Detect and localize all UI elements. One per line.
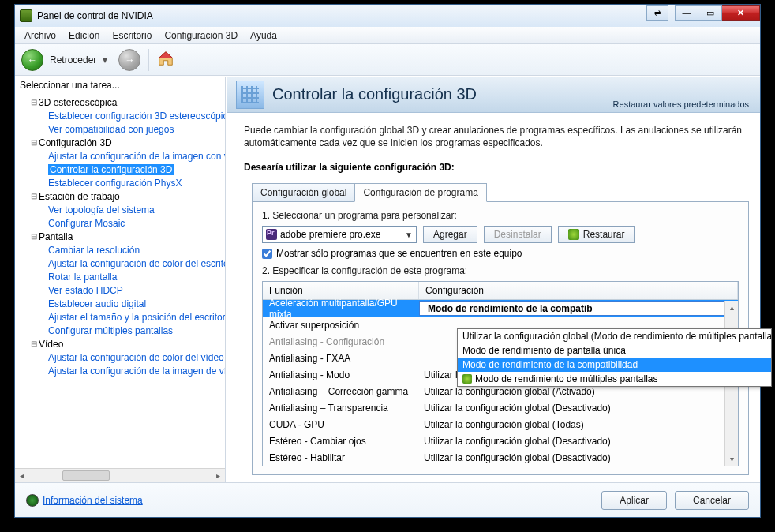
only-installed-label: Mostrar sólo programas que se encuentren… <box>276 248 522 259</box>
restore-button[interactable]: Restaurar <box>558 226 635 243</box>
tree-item[interactable]: Ajustar la configuración de la imagen co… <box>18 149 225 163</box>
page-title: Controlar la configuración 3D <box>272 85 477 103</box>
apply-button[interactable]: Aplicar <box>601 491 667 510</box>
tree-category[interactable]: ⊟Estación de trabajo <box>18 189 225 203</box>
step1-label: 1. Seleccionar un programa para personal… <box>262 210 739 221</box>
menu-ayuda[interactable]: Ayuda <box>244 28 283 43</box>
nvidia-control-panel-window: Panel de control de NVIDIA ⇄ — ▭ ✕ Archi… <box>14 4 761 518</box>
separator <box>148 49 149 71</box>
dropdown-option[interactable]: Modo de rendimiento de la compatibilidad <box>458 358 771 372</box>
tree-item[interactable]: Rotar la pantalla <box>18 270 225 283</box>
tabbar: Configuración global Configuración de pr… <box>252 182 760 201</box>
back-button[interactable]: ← <box>21 49 43 71</box>
tree-item[interactable]: Ver topología del sistema <box>18 203 225 216</box>
tree-item[interactable]: Establecer audio digital <box>18 297 225 310</box>
nvidia-app-icon <box>20 9 32 22</box>
program-select[interactable]: adobe premiere pro.exe ▼ <box>262 226 417 243</box>
add-button[interactable]: Agregar <box>423 226 477 243</box>
table-row[interactable]: Estéreo - Cambiar ojosUtilizar la config… <box>263 433 738 449</box>
menu-escritorio[interactable]: Escritorio <box>106 28 158 43</box>
premiere-icon <box>266 229 277 240</box>
collapse-icon[interactable]: ⊟ <box>29 339 39 348</box>
nvidia-logo-icon <box>568 229 579 240</box>
tree-category[interactable]: ⊟3D estereoscópica <box>18 96 225 109</box>
footer: Información del sistema Aplicar Cancelar <box>15 482 760 517</box>
tree-item[interactable]: Ver estado HDCP <box>18 283 225 297</box>
tree-category[interactable]: ⊟Pantalla <box>18 230 225 243</box>
tree-item[interactable]: Ver compatibilidad con juegos <box>18 122 225 136</box>
col-config[interactable]: Configuración <box>419 282 738 299</box>
tree-item[interactable]: Establecer configuración 3D estereoscópi… <box>18 109 225 122</box>
maximize-button[interactable]: ▭ <box>698 5 722 21</box>
task-tree[interactable]: ⊟3D estereoscópicaEstablecer configuraci… <box>15 94 225 468</box>
home-icon[interactable] <box>157 50 174 69</box>
step2-label: 2. Especificar la configuración de este … <box>262 265 739 276</box>
tree-category[interactable]: ⊟Configuración 3D <box>18 136 225 149</box>
tree-item[interactable]: Controlar la configuración 3D <box>18 163 225 176</box>
chevron-down-icon: ▼ <box>405 230 413 239</box>
tree-item[interactable]: Ajustar la configuración de color del ví… <box>18 350 225 364</box>
horizontal-scrollbar[interactable]: ◂ ▸ <box>15 468 225 482</box>
tab-global[interactable]: Configuración global <box>252 183 354 202</box>
table-row[interactable]: Antialiasing – TransparenciaUtilizar la … <box>263 399 738 416</box>
table-row[interactable]: Estéreo - HabilitarUtilizar la configura… <box>263 449 738 466</box>
table-row[interactable]: Aceleración multipantalla/GPU mixtaModo … <box>263 300 738 317</box>
config-dropdown[interactable]: Modo de rendimiento de la compatib▼ <box>419 301 738 316</box>
body: Seleccionar una tarea... ⊟3D estereoscóp… <box>15 76 760 482</box>
collapse-icon[interactable]: ⊟ <box>29 232 39 241</box>
system-info-link[interactable]: Información del sistema <box>26 494 143 507</box>
program-select-value: adobe premiere pro.exe <box>280 229 380 240</box>
back-label: Retroceder <box>50 54 96 66</box>
tree-item[interactable]: Establecer configuración PhysX <box>18 176 225 189</box>
sidebar-header: Seleccionar una tarea... <box>15 77 225 94</box>
menubar: Archivo Edición Escritorio Configuración… <box>15 27 760 44</box>
back-history-dropdown[interactable]: ▾ <box>103 54 114 66</box>
table-row[interactable]: CUDA - GPUUtilizar la configuración glob… <box>263 416 738 433</box>
titlebar[interactable]: Panel de control de NVIDIA ⇄ — ▭ ✕ <box>15 5 760 27</box>
only-installed-checkbox[interactable]: Mostrar sólo programas que se encuentren… <box>262 248 739 259</box>
scroll-down-icon[interactable]: ▾ <box>725 452 738 466</box>
scroll-thumb[interactable] <box>62 470 110 481</box>
header-3d-icon <box>236 81 264 109</box>
scroll-up-icon[interactable]: ▴ <box>725 301 738 314</box>
minimize-button[interactable]: — <box>675 5 698 21</box>
tree-item[interactable]: Ajustar el tamaño y la posición del escr… <box>18 310 225 324</box>
collapse-icon[interactable]: ⊟ <box>29 98 39 107</box>
forward-button[interactable]: → <box>118 49 140 71</box>
page-description: Puede cambiar la configuración global 3D… <box>227 113 760 157</box>
window-title: Panel de control de NVIDIA <box>37 10 153 21</box>
tree-item[interactable]: Cambiar la resolución <box>18 243 225 257</box>
uninstall-button: Desinstalar <box>484 226 552 243</box>
tree-item[interactable]: Ajustar la configuración de color del es… <box>18 257 225 270</box>
scroll-right-icon[interactable]: ▸ <box>212 469 225 482</box>
only-installed-input[interactable] <box>262 249 272 259</box>
close-button[interactable]: ✕ <box>722 5 760 21</box>
dropdown-option[interactable]: Modo de rendimiento de múltiples pantall… <box>458 372 771 386</box>
collapse-icon[interactable]: ⊟ <box>29 192 39 200</box>
swap-button[interactable]: ⇄ <box>646 5 668 21</box>
restore-defaults-link[interactable]: Restaurar valores predeterminados <box>613 99 749 109</box>
menu-edicion[interactable]: Edición <box>62 28 106 43</box>
dropdown-option[interactable]: Utilizar la configuración global (Modo d… <box>458 329 771 343</box>
cancel-button[interactable]: Cancelar <box>675 491 749 510</box>
menu-archivo[interactable]: Archivo <box>18 28 62 43</box>
tree-item[interactable]: Configurar Mosaic <box>18 216 225 230</box>
toolbar: ← Retroceder ▾ → <box>15 44 760 76</box>
menu-configuracion-3d[interactable]: Configuración 3D <box>158 28 244 43</box>
info-icon <box>26 494 39 507</box>
config-dropdown-popup[interactable]: Utilizar la configuración global (Modo d… <box>457 328 772 387</box>
tree-item[interactable]: Ajustar la configuración de la imagen de… <box>18 364 225 377</box>
dropdown-option[interactable]: Modo de rendimiento de pantalla única <box>458 343 771 358</box>
main-panel: Controlar la configuración 3D Restaurar … <box>226 77 760 482</box>
task-sidebar: Seleccionar una tarea... ⊟3D estereoscóp… <box>15 77 226 482</box>
collapse-icon[interactable]: ⊟ <box>29 138 39 147</box>
section-label: Desearía utilizar la siguiente configura… <box>227 157 760 176</box>
tree-item[interactable]: Configurar múltiples pantallas <box>18 324 225 337</box>
tree-category[interactable]: ⊟Vídeo <box>18 337 225 350</box>
nvidia-logo-icon <box>462 374 472 384</box>
page-header: Controlar la configuración 3D Restaurar … <box>227 77 760 113</box>
tab-program[interactable]: Configuración de programa <box>354 183 486 202</box>
scroll-left-icon[interactable]: ◂ <box>15 469 28 482</box>
